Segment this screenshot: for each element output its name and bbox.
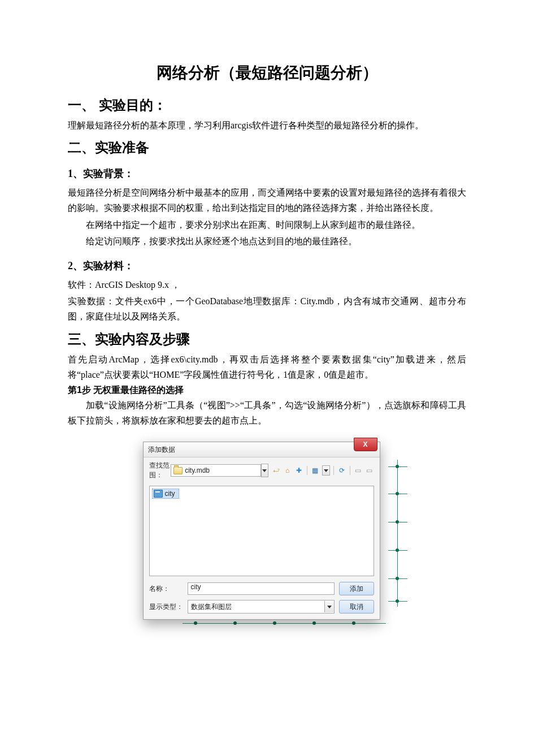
section-2-2-p2: 实验数据：文件夹ex6中，一个GeoDatabase地理数据库：City.mdb… [68,293,466,324]
doc-title: 网络分析（最短路径问题分析） [68,62,466,84]
name-input[interactable]: city [188,582,335,595]
lookin-label: 查找范围： [149,461,171,480]
dialog-title: 添加数据 [148,445,175,455]
name-row: 名称： city 添加 [144,580,380,598]
chevron-down-icon [327,606,332,608]
name-label: 名称： [149,584,183,594]
section-1-paragraph: 理解最短路径分析的基本原理，学习利用arcgis软件进行各种类型的最短路径分析的… [68,118,466,133]
connect-folder-icon[interactable]: ✚ [294,466,303,475]
dialog-titlebar[interactable]: 添加数据 X [144,442,380,457]
screenshot-add-data-dialog: 添加数据 X 查找范围： city.mdb ⮐ ⌂ ✚ [143,442,392,620]
name-input-value: city [191,583,201,591]
section-2-2-p1: 软件：ArcGIS Desktop 9.x ， [68,277,466,292]
section-2-1-p2: 在网络中指定一个超市，要求分别求出在距离、时间限制上从家到超市的最佳路径。 [68,217,466,232]
home-icon[interactable]: ⌂ [283,466,292,475]
section-2-1-p1: 最短路径分析是空间网络分析中最基本的应用，而交通网络中要素的设置对最短路径的选择… [68,185,466,215]
cancel-button[interactable]: 取消 [339,600,374,614]
map-network-decoration [388,460,407,607]
add-button[interactable]: 添加 [339,582,374,595]
add-data-dialog: 添加数据 X 查找范围： city.mdb ⮐ ⌂ ✚ [143,442,380,620]
section-3-heading: 三、实验内容及步骤 [68,330,466,348]
lookin-value: city.mdb [185,466,210,474]
section-1-heading: 一、 实验目的： [68,96,466,114]
list-view-icon[interactable]: ▦ [311,466,320,475]
up-one-level-icon[interactable]: ⮐ [272,466,281,475]
lookin-dropdown-button[interactable] [261,464,268,477]
step-1-paragraph: 加载“设施网络分析”工具条（“视图”>>“工具条”，勾选“设施网络分析”），点选… [68,398,466,428]
feature-dataset-icon [154,490,163,498]
dialog-toolbar: ⮐ ⌂ ✚ ▦ ⟳ ▭ ▭ [272,465,374,476]
lookin-combobox[interactable]: city.mdb [171,464,261,477]
feature-dataset-item[interactable]: city [152,489,179,499]
close-icon: X [363,440,367,448]
lookin-row: 查找范围： city.mdb ⮐ ⌂ ✚ ▦ ⟳ [144,457,380,483]
file-item-label: city [165,490,175,498]
new-group-icon[interactable]: ▭ [354,466,363,475]
refresh-icon[interactable]: ⟳ [337,466,346,475]
close-button[interactable]: X [354,438,377,451]
type-combobox[interactable]: 数据集和图层 [188,600,335,614]
type-label: 显示类型： [149,602,183,612]
add-button-label: 添加 [350,584,363,594]
view-dropdown-button[interactable] [322,465,330,476]
type-value: 数据集和图层 [191,602,232,612]
document-page: 网络分析（最短路径问题分析） 一、 实验目的： 理解最短路径分析的基本原理，学习… [0,0,534,654]
step-1-heading: 第1步 无权重最佳路径的选择 [68,385,466,396]
section-2-heading: 二、实验准备 [68,139,466,157]
section-2-2-heading: 2、实验材料： [68,259,466,273]
separator-icon [333,466,334,475]
new-layer-icon[interactable]: ▭ [365,466,374,475]
file-list-pane[interactable]: city [149,486,374,576]
type-row: 显示类型： 数据集和图层 取消 [144,598,380,619]
type-dropdown-button[interactable] [324,601,334,612]
section-3-p1: 首先启动ArcMap，选择ex6\city.mdb，再双击后选择将整个要素数据集… [68,352,466,382]
separator-icon [350,466,350,475]
section-2-1-heading: 1、实验背景： [68,167,466,180]
map-network-decoration-bottom [183,619,386,630]
folder-icon [173,467,183,474]
section-2-1-p3: 给定访问顺序，按要求找出从家经逐个地点达到目的地的最佳路径。 [68,234,466,249]
chevron-down-icon [262,469,267,472]
separator-icon [307,466,307,475]
cancel-button-label: 取消 [350,602,363,612]
chevron-down-icon [324,469,328,472]
